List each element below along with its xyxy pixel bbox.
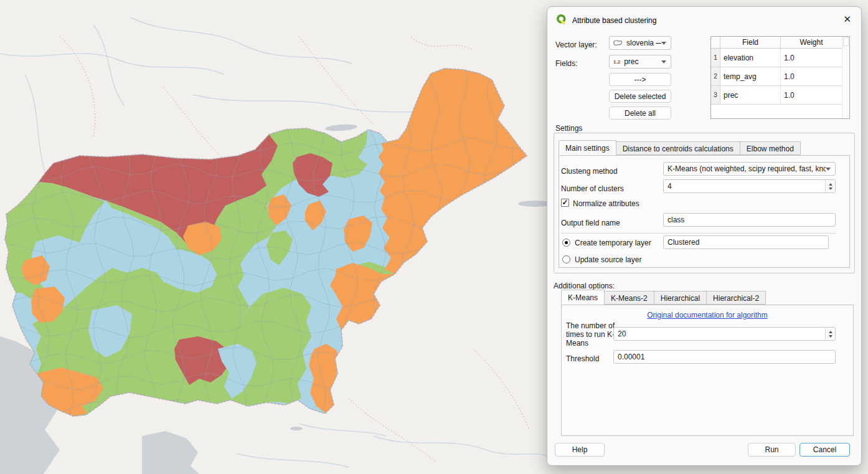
additional-tabbar: K-Means K-Means-2 Hierarchical Hierarchi… bbox=[561, 290, 766, 305]
cell-field[interactable]: prec bbox=[720, 86, 781, 104]
spin-down-icon bbox=[829, 335, 833, 338]
lake bbox=[290, 427, 303, 430]
table-row[interactable]: 1 elevation 1.0 bbox=[711, 49, 849, 67]
temp-layer-name-value: Clustered bbox=[664, 238, 703, 247]
output-field-label: Output field name bbox=[561, 219, 620, 227]
fields-combo[interactable]: 1.2 prec bbox=[609, 55, 671, 69]
separator bbox=[561, 233, 836, 234]
tab-hierarchical[interactable]: Hierarchical bbox=[654, 291, 707, 305]
number-of-clusters-spinner[interactable]: 4 bbox=[663, 179, 836, 193]
table-scrollbar[interactable] bbox=[842, 37, 849, 118]
vector-layer-value: slovenia — bbox=[623, 39, 661, 47]
tab-hierarchical-2[interactable]: Hierarchical-2 bbox=[707, 291, 766, 305]
output-field-value: class bbox=[664, 216, 688, 224]
cell-weight[interactable]: 1.0 bbox=[781, 67, 842, 85]
update-source-layer-label: Update source layer bbox=[575, 255, 641, 264]
times-to-run-spinner[interactable]: 20 bbox=[613, 327, 836, 341]
chevron-down-icon bbox=[661, 60, 666, 64]
tab-kmeans[interactable]: K-Means bbox=[561, 290, 605, 305]
documentation-link[interactable]: Original documentation for algorithm bbox=[647, 311, 767, 320]
qgis-logo-icon bbox=[556, 14, 567, 25]
spin-down-icon bbox=[829, 187, 833, 190]
create-temp-layer-label: Create temporary layer bbox=[575, 239, 651, 247]
clustering-method-label: Clusteng method bbox=[561, 167, 618, 176]
cell-weight[interactable]: 1.0 bbox=[781, 49, 842, 67]
clustering-method-value: K-Means (not weighted, scipy required, f… bbox=[664, 164, 826, 173]
times-to-run-value: 20 bbox=[614, 329, 825, 338]
fields-label: Fields: bbox=[555, 59, 577, 68]
polygon-layer-icon bbox=[613, 39, 623, 47]
number-of-clusters-value: 4 bbox=[664, 182, 825, 191]
add-field-button[interactable]: ---> bbox=[609, 73, 671, 86]
doc-link-row: Original documentation for algorithm bbox=[561, 311, 854, 320]
table-row[interactable]: 2 temp_avg 1.0 bbox=[711, 67, 849, 86]
create-temp-layer-radio[interactable] bbox=[562, 239, 570, 247]
additional-options-label: Additional options: bbox=[554, 282, 615, 290]
column-header-field[interactable]: Field bbox=[720, 37, 781, 48]
normalize-checkbox[interactable]: ✓ bbox=[561, 199, 569, 207]
spin-up-icon bbox=[829, 183, 833, 186]
row-number: 1 bbox=[711, 49, 720, 67]
delete-all-button[interactable]: Delete all bbox=[609, 107, 671, 120]
chevron-down-icon bbox=[826, 168, 831, 171]
row-number: 2 bbox=[711, 67, 720, 85]
row-number: 3 bbox=[711, 86, 720, 104]
spinner-buttons[interactable] bbox=[825, 180, 835, 192]
vector-layer-combo[interactable]: slovenia — bbox=[609, 36, 671, 50]
dialog-title: Attribute based clustering bbox=[572, 16, 656, 25]
tab-distance-centroids[interactable]: Distance to centroids calculations bbox=[616, 141, 740, 155]
threshold-label: Threshold bbox=[566, 354, 599, 363]
number-of-clusters-label: Number of clusters bbox=[561, 184, 624, 193]
table-corner bbox=[711, 37, 720, 48]
output-field-input[interactable]: class bbox=[663, 213, 836, 227]
close-icon[interactable]: ✕ bbox=[843, 14, 851, 24]
threshold-input[interactable]: 0.00001 bbox=[613, 350, 836, 364]
table-row[interactable]: 3 prec 1.0 bbox=[711, 86, 849, 105]
table-header: Field Weight bbox=[711, 37, 849, 49]
dialog-titlebar[interactable]: Attribute based clustering ✕ bbox=[547, 7, 861, 31]
cancel-button[interactable]: Cancel bbox=[800, 443, 850, 457]
decimal-field-icon: 1.2 bbox=[613, 59, 620, 65]
cell-field[interactable]: elevation bbox=[720, 49, 781, 67]
help-button[interactable]: Help bbox=[555, 443, 605, 457]
tab-kmeans-2[interactable]: K-Means-2 bbox=[605, 291, 654, 305]
cell-field[interactable]: temp_avg bbox=[720, 67, 781, 85]
vector-layer-label: Vector layer: bbox=[555, 40, 597, 49]
threshold-value: 0.00001 bbox=[614, 353, 648, 361]
fields-weight-table: Field Weight 1 elevation 1.0 2 temp_avg … bbox=[710, 36, 850, 119]
chevron-down-icon bbox=[661, 42, 666, 45]
fields-value: prec bbox=[620, 57, 661, 66]
temp-layer-name-input[interactable]: Clustered bbox=[663, 235, 829, 249]
normalize-label: Normalize attributes bbox=[573, 199, 639, 208]
run-button[interactable]: Run bbox=[748, 443, 796, 457]
settings-group-label: Settings bbox=[555, 124, 582, 133]
delete-selected-button[interactable]: Delete selected bbox=[609, 90, 671, 103]
spinner-buttons[interactable] bbox=[825, 328, 835, 340]
tab-elbow-method[interactable]: Elbow method bbox=[740, 141, 801, 155]
cell-weight[interactable]: 1.0 bbox=[781, 86, 842, 104]
times-to-run-label: The number of times to run K-Means bbox=[566, 321, 618, 348]
column-header-weight[interactable]: Weight bbox=[781, 37, 842, 48]
spin-up-icon bbox=[829, 331, 833, 333]
tab-main-settings[interactable]: Main settings bbox=[559, 140, 616, 155]
attribute-clustering-dialog: Attribute based clustering ✕ Vector laye… bbox=[547, 6, 862, 466]
settings-tabbar: Main settings Distance to centroids calc… bbox=[559, 141, 801, 155]
update-source-layer-radio[interactable] bbox=[562, 255, 570, 263]
clustering-method-combo[interactable]: K-Means (not weighted, scipy required, f… bbox=[663, 162, 836, 176]
